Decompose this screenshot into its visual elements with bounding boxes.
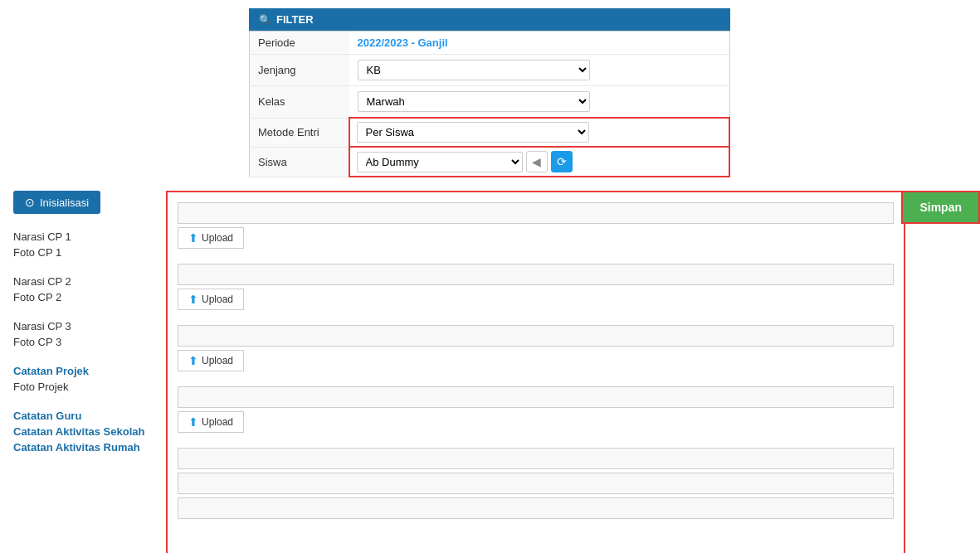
- sidebar-foto-projek: Foto Projek: [13, 379, 153, 395]
- main-layout: ⊙ Inisialisasi Narasi CP 1 Foto CP 1 Nar…: [0, 191, 980, 553]
- upload-label-1: Upload: [202, 232, 233, 244]
- jenjang-select[interactable]: KB: [358, 60, 590, 80]
- sidebar-cp2-section: Narasi CP 2 Foto CP 2: [13, 274, 153, 305]
- sidebar-catatan-section: Catatan Guru Catatan Aktivitas Sekolah C…: [13, 408, 153, 455]
- content-area: ⬆ Upload ⬆ Upload: [166, 191, 905, 553]
- init-icon: ⊙: [25, 196, 35, 209]
- metode-label: Metode Entri: [250, 118, 349, 147]
- sidebar-catatan-aktivitas-rumah: Catatan Aktivitas Rumah: [13, 439, 153, 455]
- filter-table: Periode 2022/2023 - Ganjil Jenjang KB Ke…: [249, 31, 730, 177]
- upload-group-3: ⬆ Upload: [178, 325, 894, 378]
- metode-row: Metode Entri Per Siswa: [250, 118, 730, 147]
- init-label: Inisialisasi: [40, 196, 89, 209]
- siswa-row: Siswa Ab Dummy ◀ ⟳: [250, 147, 730, 177]
- sidebar-catatan-guru: Catatan Guru: [13, 408, 153, 424]
- upload-button-1[interactable]: ⬆ Upload: [178, 227, 244, 249]
- jenjang-label: Jenjang: [250, 55, 349, 86]
- bottom-inputs: [178, 448, 894, 519]
- simpan-wrapper: Simpan: [901, 191, 980, 224]
- simpan-button[interactable]: Simpan: [901, 191, 980, 224]
- siswa-label: Siswa: [250, 147, 349, 177]
- catatan-rumah-input[interactable]: [178, 497, 894, 519]
- siswa-select[interactable]: Ab Dummy: [357, 152, 523, 172]
- sidebar-foto-cp3: Foto CP 3: [13, 334, 153, 350]
- sidebar-catatan-aktivitas-sekolah: Catatan Aktivitas Sekolah: [13, 424, 153, 439]
- upload-label-3: Upload: [202, 355, 233, 366]
- sidebar-cp3-section: Narasi CP 3 Foto CP 3: [13, 318, 153, 350]
- upload-button-4[interactable]: ⬆ Upload: [178, 411, 244, 433]
- sidebar-catatan-projek: Catatan Projek: [13, 363, 153, 379]
- sidebar-projek-section: Catatan Projek Foto Projek: [13, 363, 153, 395]
- sidebar-narasi-cp1: Narasi CP 1: [13, 229, 153, 245]
- upload-label-2: Upload: [202, 293, 233, 305]
- kelas-select[interactable]: Marwah: [358, 91, 590, 112]
- periode-value: 2022/2023 - Ganjil: [358, 36, 448, 49]
- narasi-input-4[interactable]: [178, 386, 894, 408]
- periode-label: Periode: [250, 32, 349, 55]
- metode-select[interactable]: Per Siswa: [357, 122, 589, 143]
- upload-group-1: ⬆ Upload: [178, 202, 894, 255]
- upload-icon-2: ⬆: [188, 293, 198, 306]
- sidebar-narasi-cp3: Narasi CP 3: [13, 318, 153, 334]
- catatan-sekolah-input[interactable]: [178, 473, 894, 494]
- kelas-row: Kelas Marwah: [250, 86, 730, 119]
- upload-group-4: ⬆ Upload: [178, 386, 894, 439]
- sidebar-cp1-section: Narasi CP 1 Foto CP 1: [13, 229, 153, 260]
- next-student-button[interactable]: ⟳: [551, 151, 573, 172]
- upload-label-4: Upload: [202, 416, 233, 428]
- upload-icon-1: ⬆: [188, 231, 198, 245]
- sidebar-narasi-cp2: Narasi CP 2: [13, 274, 153, 289]
- kelas-label: Kelas: [250, 86, 349, 119]
- narasi-input-2[interactable]: [178, 264, 894, 285]
- sidebar-foto-cp1: Foto CP 1: [13, 245, 153, 260]
- upload-group-2: ⬆ Upload: [178, 264, 894, 317]
- prev-student-button[interactable]: ◀: [526, 151, 548, 172]
- filter-section: 🔍 FILTER Periode 2022/2023 - Ganjil Jenj…: [249, 8, 730, 177]
- upload-button-2[interactable]: ⬆ Upload: [178, 289, 244, 310]
- filter-title: FILTER: [276, 13, 314, 26]
- periode-row: Periode 2022/2023 - Ganjil: [250, 32, 730, 55]
- upload-icon-3: ⬆: [188, 354, 198, 367]
- sidebar-foto-cp2: Foto CP 2: [13, 289, 153, 305]
- catatan-guru-input[interactable]: [178, 448, 894, 469]
- upload-icon-4: ⬆: [188, 415, 198, 429]
- narasi-input-1[interactable]: [178, 202, 894, 224]
- narasi-input-3[interactable]: [178, 325, 894, 347]
- search-icon: 🔍: [259, 14, 271, 26]
- inisialisasi-button[interactable]: ⊙ Inisialisasi: [13, 191, 100, 214]
- sidebar: ⊙ Inisialisasi Narasi CP 1 Foto CP 1 Nar…: [0, 191, 166, 553]
- upload-button-3[interactable]: ⬆ Upload: [178, 350, 244, 371]
- jenjang-row: Jenjang KB: [250, 55, 730, 86]
- filter-header: 🔍 FILTER: [249, 8, 730, 31]
